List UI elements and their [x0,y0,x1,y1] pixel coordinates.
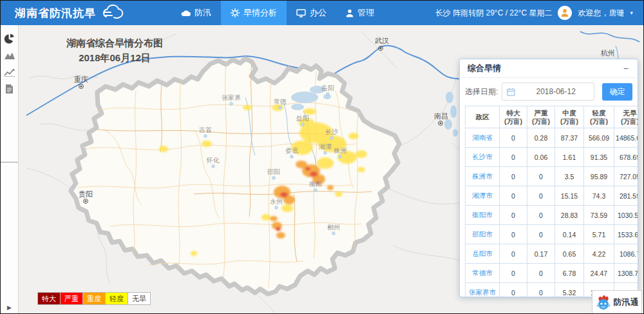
drought-legend: 特大 严重 重度 轻度 无旱 [37,292,151,305]
cell: 0 [527,186,555,206]
cell: 3.5 [555,167,584,186]
confirm-button[interactable]: 确定 [602,83,632,101]
cell: 74.3 [584,186,614,206]
cell: 5.71 [584,225,614,244]
map-label-chongqing: 重庆 [74,75,88,83]
cell: 95.89 [584,167,614,186]
legend-item-severe: 严重 [61,292,83,305]
user-avatar[interactable] [558,6,572,20]
drought-summary-panel: 综合旱情 − 选择日期: 确定 政区 [459,59,638,297]
cell: 1086.7 [614,244,639,264]
cell: 0 [500,206,527,225]
table-row: 邵阳市 0 0 0.14 5.71 1533.66 [466,225,639,244]
region-link[interactable]: 湖南省 [466,128,500,148]
table-row: 株洲市 0 0 3.5 95.89 727.05 [466,167,639,186]
chevron-down-icon[interactable]: ▾ [630,10,633,16]
cell: 0 [500,128,527,148]
region-link[interactable]: 长沙市 [466,148,500,167]
panel-header: 综合旱情 − [460,59,638,78]
area-chart-icon[interactable] [2,48,17,63]
cell: 14865.61 [614,128,639,148]
mascot-label: 防汛通 [614,297,639,308]
legend-item-none: 无旱 [128,292,151,305]
map-label-zhangjiajie: 张家界 [222,94,241,101]
cloud-logo-icon [100,4,126,22]
welcome-user[interactable]: 欢迎您，唐珊 [578,8,624,19]
map-label-changde: 常德 [274,98,287,105]
menu-item-guanli[interactable]: 管理 [336,1,384,25]
user-icon [346,9,354,17]
cell: 1.61 [555,148,584,167]
cell: 0 [527,225,555,244]
cell: 0 [527,264,555,283]
table-row: 湘潭市 0 0 15.15 74.3 281.59 [466,186,639,206]
cell: 0.17 [527,244,555,264]
app-logo: 湖南省防汛抗旱 [1,4,126,22]
cell: 87.37 [555,128,584,148]
col-header-none: 无旱(万亩) [614,106,639,128]
legend-item-light: 轻度 [106,292,128,305]
col-header-severe: 严重(万亩) [527,106,555,128]
top-navbar: 湖南省防汛抗旱 防汛 [1,1,643,25]
panel-title: 综合旱情 [468,63,501,74]
cell: 4.22 [584,244,614,264]
left-toolbar: ▶ [1,25,19,313]
cell: 5.32 [555,283,584,298]
cell: 0 [500,167,527,186]
region-link[interactable]: 衡阳市 [466,206,500,225]
region-link[interactable]: 湘潭市 [466,186,500,206]
cell: 281.59 [614,186,639,206]
fangxuntong-widget[interactable]: 防汛通 [592,290,642,314]
cell: 0.06 [527,148,555,167]
date-picker[interactable] [502,83,594,101]
trend-chart-icon[interactable] [2,65,17,79]
cell: 0 [500,244,527,264]
region-link[interactable]: 邵阳市 [466,225,500,244]
menu-item-fangxun[interactable]: 防汛 [171,1,221,25]
report-doc-icon[interactable] [2,82,17,96]
cell: 0 [500,283,527,298]
map-label-yongzhou: 永州 [270,198,283,205]
cell: 0 [500,264,527,283]
map-label-hangzhou: 杭州 [600,49,615,57]
cell: 1533.66 [614,225,639,244]
table-row: 岳阳市 0 0.17 0.65 4.22 1086.7 [466,244,639,264]
cell: 1030.58 [614,206,639,225]
col-header-region: 政区 [466,106,500,128]
table-row: 湖南省 0 0.28 87.37 566.09 14865.61 [466,128,639,148]
drought-data-table: 政区 特大(万亩) 严重(万亩) 中度(万亩) 轻度(万亩) 无旱(万亩) 湖南… [465,106,638,297]
region-link[interactable]: 岳阳市 [466,244,500,264]
monitor-icon [296,9,306,17]
calendar-icon [507,88,515,96]
map-label-guiyang: 贵阳 [79,190,93,198]
weather-status: 长沙 阵雨转阴 29°C / 22°C 星期二 [435,8,553,19]
table-header-row: 政区 特大(万亩) 严重(万亩) 中度(万亩) 轻度(万亩) 无旱(万亩) [466,106,639,128]
cell: 0 [500,225,527,244]
date-filter-row: 选择日期: 确定 [460,78,638,104]
map-label-huaihua: 怀化 [206,157,220,164]
cell: 0 [500,148,527,167]
cell: 727.05 [614,167,639,186]
menu-item-hanqing-fenxi[interactable]: 旱情分析 [221,1,287,25]
main-menu: 防汛 旱情分析 [171,1,384,25]
region-link[interactable]: 张家界市 [466,283,500,298]
menu-item-bangong[interactable]: 办公 [287,1,336,25]
cell: 566.09 [584,128,614,148]
legend-item-heavy: 重度 [83,292,106,305]
pie-chart-icon[interactable] [2,32,17,46]
region-link[interactable]: 株洲市 [466,167,500,186]
region-link[interactable]: 常德市 [466,264,500,283]
sidebar-divider [1,162,18,162]
col-header-light: 轻度(万亩) [584,106,614,128]
map-label-yiyang: 益阳 [296,115,309,122]
map-label-zhuzhou: 株洲 [333,147,346,154]
panel-minimize-button[interactable]: − [622,64,630,73]
table-row: 衡阳市 0 0 28.83 73.59 1030.58 [466,206,639,225]
cell: 24.47 [584,264,614,283]
map-label-hengyang: 衡阳 [308,181,322,188]
sidebar-collapse-toggle[interactable]: ▶ [1,304,18,311]
map-label-wuhan: 武汉 [375,37,389,44]
cloud-icon [180,9,191,17]
map-label-jishou: 吉首 [199,126,212,133]
date-input[interactable] [518,86,594,97]
